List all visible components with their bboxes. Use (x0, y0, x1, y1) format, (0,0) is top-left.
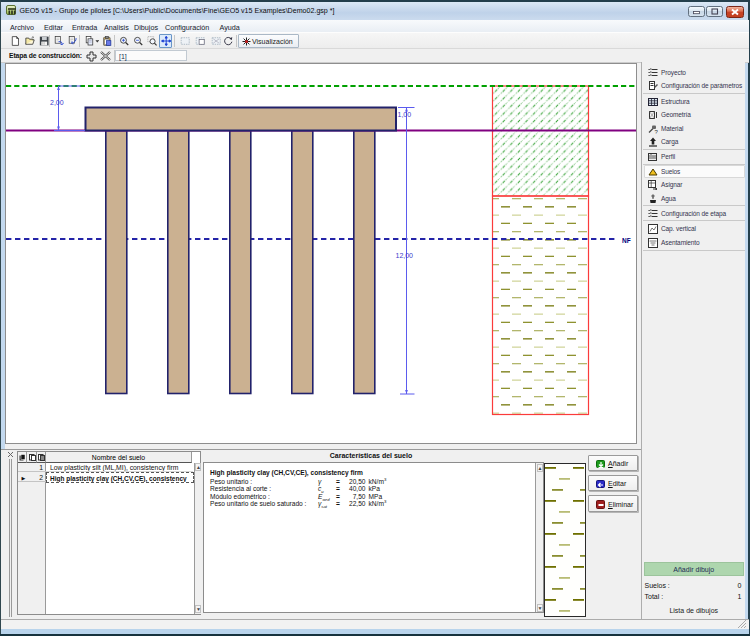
svg-text:2,00: 2,00 (50, 99, 64, 106)
svg-text:1,00: 1,00 (398, 111, 412, 118)
svg-text:?: ? (655, 128, 659, 134)
svg-text:12,00: 12,00 (396, 252, 414, 259)
svg-text:NF: NF (622, 237, 631, 244)
